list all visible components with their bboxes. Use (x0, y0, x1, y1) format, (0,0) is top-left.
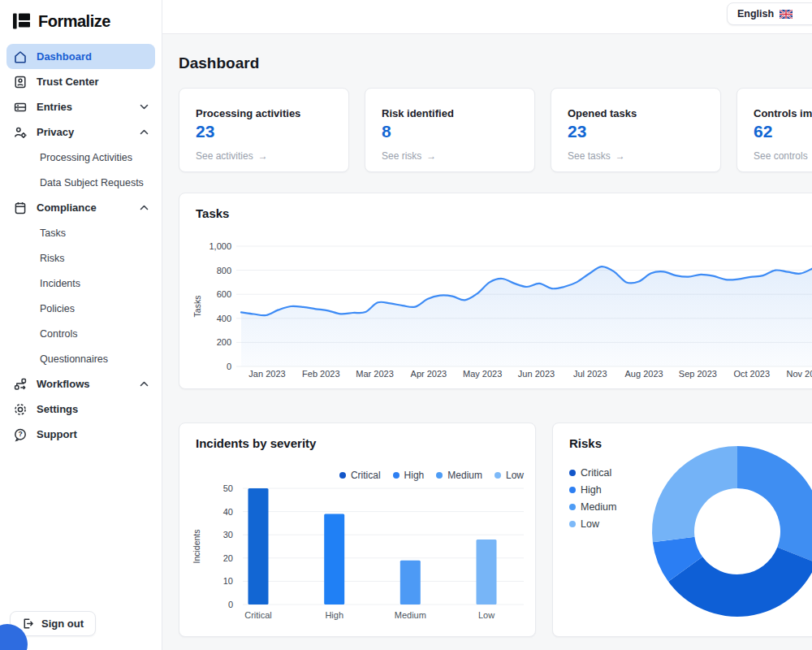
svg-text:800: 800 (217, 266, 231, 275)
svg-text:Oct 2023: Oct 2023 (733, 369, 770, 379)
workflow-nodes-icon (13, 377, 28, 392)
sidebar-item-label: Settings (37, 403, 78, 415)
stat-card-opened-tasks: Opened tasks23See tasks→ (551, 88, 721, 172)
svg-text:400: 400 (217, 314, 231, 323)
svg-text:Sep 2023: Sep 2023 (679, 369, 717, 379)
incidents-bar-chart: 01020304050CriticalHighMediumLowIncident… (179, 423, 535, 636)
sidebar-item-label: Workflows (37, 378, 90, 390)
sidebar-item-settings[interactable]: Settings (6, 396, 155, 422)
svg-text:Jan 2023: Jan 2023 (248, 369, 285, 379)
sidebar-item-trust-center[interactable]: Trust Center (6, 69, 155, 94)
trust-badge-icon (13, 75, 28, 89)
arrow-right-icon: → (426, 150, 436, 162)
tasks-chart-title: Tasks (196, 206, 229, 220)
sidebar-item-label: Trust Center (37, 76, 99, 88)
dashboard-content: Dashboard Processing activities23See act… (162, 34, 812, 637)
home-icon (13, 50, 28, 64)
sidebar-item-label: Entries (37, 101, 72, 113)
language-selector-button[interactable]: English (727, 2, 812, 25)
svg-text:Mar 2023: Mar 2023 (356, 369, 393, 379)
svg-text:50: 50 (223, 483, 233, 493)
svg-text:1,000: 1,000 (209, 241, 231, 251)
arrow-right-icon: → (258, 150, 268, 162)
svg-text:May 2023: May 2023 (463, 369, 502, 379)
chevron-down-icon (140, 104, 149, 110)
svg-text:200: 200 (217, 337, 231, 347)
stat-card-link-label: See risks (382, 150, 421, 162)
stat-card-title: Processing activities (196, 107, 332, 119)
svg-text:Low: Low (478, 610, 495, 620)
topbar: English (162, 0, 812, 34)
formalize-logo-icon (11, 11, 32, 31)
sidebar-item-incidents[interactable]: Incidents (6, 271, 155, 296)
compliance-clipboard-icon (13, 201, 28, 215)
svg-text:30: 30 (223, 530, 233, 540)
sidebar-item-questionnaires[interactable]: Questionnaires (6, 346, 155, 371)
sidebar-item-compliance[interactable]: Compliance (6, 195, 155, 220)
svg-text:Jun 2023: Jun 2023 (518, 369, 555, 379)
svg-text:20: 20 (223, 553, 233, 563)
help-bubble-icon: ? (13, 427, 28, 442)
stat-card-title: Risk identified (382, 107, 518, 119)
app-logo-text: Formalize (38, 12, 110, 31)
sidebar-item-policies[interactable]: Policies (6, 296, 155, 321)
svg-text:Aug 2023: Aug 2023 (625, 369, 663, 379)
sidebar-item-support[interactable]: ?Support (6, 422, 155, 447)
sidebar-item-risks[interactable]: Risks (6, 245, 155, 271)
stat-cards-row: Processing activities23See activities→Ri… (179, 88, 812, 172)
svg-text:10: 10 (223, 576, 233, 586)
stat-card-risk-identified: Risk identified8See risks→ (365, 88, 535, 172)
sidebar-item-tasks[interactable]: Tasks (6, 220, 155, 245)
sidebar: Formalize DashboardTrust CenterEntriesPr… (0, 0, 162, 650)
sidebar-item-label: Dashboard (37, 50, 92, 63)
svg-text:?: ? (18, 430, 22, 438)
svg-text:0: 0 (228, 600, 233, 609)
sign-out-icon (22, 618, 34, 630)
gear-icon (13, 402, 28, 417)
stat-card-link-label: See activities (196, 150, 253, 162)
stat-card-value: 8 (382, 122, 518, 141)
svg-text:High: High (325, 610, 343, 620)
sidebar-item-label: Compliance (37, 202, 97, 214)
stat-card-value: 23 (196, 122, 332, 141)
svg-text:600: 600 (217, 289, 231, 299)
stat-card-value: 62 (754, 122, 812, 141)
stat-card-link[interactable]: See controls→ (754, 150, 812, 162)
stat-card-link-label: See controls (754, 150, 808, 162)
page-title: Dashboard (179, 54, 812, 72)
arrow-right-icon: → (615, 150, 625, 162)
stat-card-title: Controls implemented (754, 107, 812, 119)
chevron-up-icon (140, 129, 149, 135)
sidebar-item-processing-activities[interactable]: Processing Activities (6, 145, 155, 170)
svg-text:Medium: Medium (395, 610, 426, 620)
incidents-panel: Incidents by severity CriticalHighMedium… (179, 422, 536, 637)
stat-card-link[interactable]: See activities→ (196, 150, 268, 162)
sidebar-item-controls[interactable]: Controls (6, 321, 155, 346)
sidebar-item-workflows[interactable]: Workflows (6, 371, 155, 396)
risks-donut-chart (553, 423, 812, 636)
stat-card-value: 23 (568, 122, 704, 141)
sidebar-item-privacy[interactable]: Privacy (6, 119, 155, 145)
chevron-up-icon (140, 381, 149, 387)
stat-card-link[interactable]: See tasks→ (568, 150, 625, 162)
bottom-panels-row: Incidents by severity CriticalHighMedium… (179, 422, 812, 637)
stat-card-controls-implemented: Controls implemented62See controls→ (736, 88, 812, 172)
stat-card-link[interactable]: See risks→ (382, 150, 436, 162)
svg-text:Incidents: Incidents (192, 529, 201, 563)
language-label: English (737, 8, 774, 20)
app-logo: Formalize (0, 0, 162, 39)
tasks-line-chart: 02004006008001,000Jan 2023Feb 2023Mar 20… (179, 232, 812, 384)
privacy-user-gear-icon (13, 125, 28, 140)
uk-flag-icon (780, 10, 793, 19)
svg-text:40: 40 (223, 507, 233, 517)
tasks-panel: Tasks 02004006008001,000Jan 2023Feb 2023… (179, 193, 812, 389)
stat-card-link-label: See tasks (568, 150, 611, 162)
sidebar-item-dashboard[interactable]: Dashboard (6, 44, 155, 69)
sidebar-item-label: Support (37, 428, 77, 440)
sidebar-item-label: Privacy (37, 126, 74, 138)
svg-text:Tasks: Tasks (192, 296, 202, 318)
sidebar-item-data-subject-requests[interactable]: Data Subject Requests (6, 170, 155, 195)
svg-text:Jul 2023: Jul 2023 (573, 369, 607, 379)
sidebar-item-entries[interactable]: Entries (6, 94, 155, 119)
chevron-up-icon (140, 205, 149, 210)
